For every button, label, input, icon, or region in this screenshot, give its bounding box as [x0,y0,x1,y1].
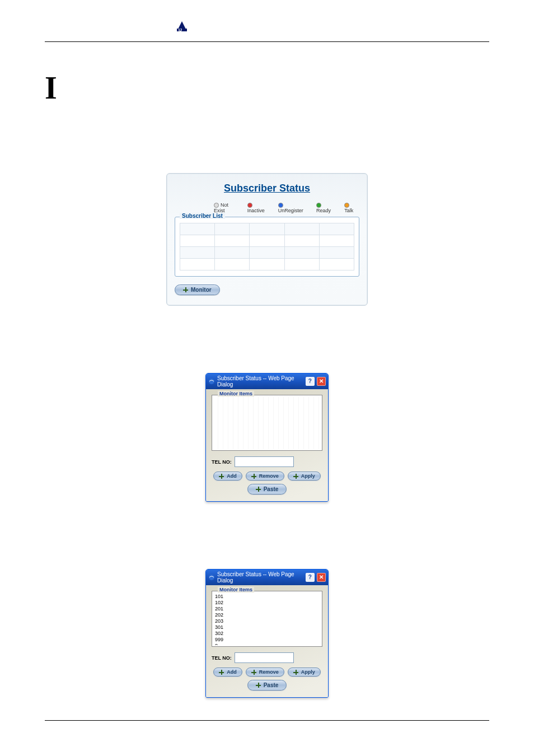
ie-icon [208,378,215,385]
dialog-help-button[interactable]: ? [306,573,315,582]
ie-icon [208,574,215,581]
monitor-items-legend: Monitor Items [218,391,254,396]
status-label-unregister: UnRegister [278,208,303,213]
status-label-ready: Ready [316,208,331,213]
logo: IJ [174,20,190,35]
figure-subscriber-status-panel: Subscriber Status Not Exist Inactive UnR… [166,173,368,306]
dialog-titlebar: Subscriber Status -- Web Page Dialog ? ✕ [206,570,328,585]
monitor-item[interactable]: 102 [215,600,319,606]
page-footer-rule [45,720,489,721]
paste-button-label: Paste [264,682,279,688]
dialog-title-text: Subscriber Status -- Web Page Dialog [217,375,301,388]
monitor-item[interactable]: 201 [215,606,319,612]
monitor-item[interactable]: 301 [215,624,319,631]
monitor-items-fieldset: Monitor Items [212,395,322,451]
plus-icon [219,670,224,675]
svg-text:IJ: IJ [179,28,182,32]
subscriber-status-title: Subscriber Status [175,183,359,194]
monitor-button[interactable]: Monitor [175,284,220,295]
add-button[interactable]: Add [213,472,242,480]
status-dot-not-exist-icon [214,203,219,208]
plus-icon [293,474,298,479]
subscriber-list-table [180,223,354,270]
monitor-item[interactable]: 302 [215,631,319,637]
apply-button-label: Apply [301,669,315,675]
monitor-items-list[interactable]: 10110220120220330130299901 [213,592,321,645]
subscriber-list-legend: Subscriber List [180,213,225,219]
status-dot-inactive-icon [247,203,252,208]
monitor-items-list[interactable] [213,396,321,449]
plus-icon [251,474,256,479]
paste-button-label: Paste [264,486,279,492]
dialog-close-button[interactable]: ✕ [317,377,326,386]
apply-button-label: Apply [301,473,315,479]
remove-button[interactable]: Remove [246,472,284,480]
add-button-label: Add [227,669,237,675]
status-dot-unregister-icon [278,203,283,208]
status-dot-talk-icon [344,203,349,208]
remove-button-label: Remove [259,669,279,675]
paste-button[interactable]: Paste [247,680,287,690]
page-header: IJ [45,22,489,42]
dialog-close-button[interactable]: ✕ [317,573,326,582]
dialog-titlebar: Subscriber Status -- Web Page Dialog ? ✕ [206,374,328,389]
monitor-item[interactable]: 999 [215,637,319,643]
monitor-items-fieldset: Monitor Items 10110220120220330130299901 [212,591,322,647]
monitor-items-legend: Monitor Items [218,587,254,592]
telno-input[interactable] [235,652,294,663]
telno-input[interactable] [235,456,294,467]
status-dot-ready-icon [316,203,321,208]
remove-button-label: Remove [259,473,279,479]
figure-monitor-dialog-blank: Subscriber Status -- Web Page Dialog ? ✕… [166,373,368,502]
status-label-talk: Talk [344,208,353,213]
figure-monitor-dialog-filled: Subscriber Status -- Web Page Dialog ? ✕… [166,569,368,698]
dialog-help-button[interactable]: ? [306,377,315,386]
apply-button[interactable]: Apply [288,668,321,676]
status-legend: Not Exist Inactive UnRegister Ready Talk [214,202,359,213]
plus-icon [293,670,298,675]
add-button-label: Add [227,473,237,479]
dialog-title-text: Subscriber Status -- Web Page Dialog [217,571,301,584]
monitor-item[interactable]: 202 [215,612,319,618]
add-button[interactable]: Add [213,668,242,676]
chapter-marker: I [45,70,489,106]
monitor-button-label: Monitor [191,287,212,293]
body-text [45,128,489,151]
plus-icon [256,683,261,688]
paste-button[interactable]: Paste [247,484,287,494]
monitor-item[interactable]: 101 [215,594,319,600]
plus-icon [251,670,256,675]
plus-icon [219,474,224,479]
telno-label: TEL NO: [212,655,232,661]
subscriber-list-fieldset: Subscriber List [175,217,359,277]
status-label-inactive: Inactive [247,208,265,213]
monitor-item[interactable]: 0 [215,643,319,645]
plus-icon [256,487,261,492]
monitor-item[interactable]: 203 [215,618,319,624]
plus-icon [183,287,188,292]
apply-button[interactable]: Apply [288,472,321,480]
remove-button[interactable]: Remove [246,668,284,676]
telno-label: TEL NO: [212,459,232,465]
